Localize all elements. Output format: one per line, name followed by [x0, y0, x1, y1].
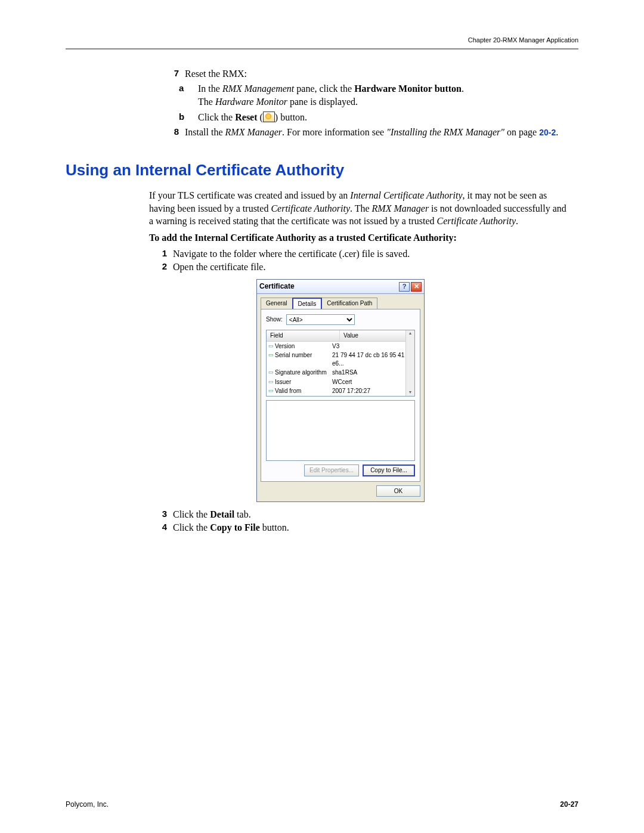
step-7-number: 7	[161, 67, 185, 80]
close-button[interactable]: ✕	[411, 282, 422, 292]
table-row[interactable]: ▭Valid from2007 17:20:27	[267, 386, 414, 396]
proc-1-text: Navigate to the folder where the certifi…	[173, 247, 572, 261]
proc-4-text: Click the Copy to File button.	[173, 521, 572, 534]
cell-value: 2007 17:20:27	[332, 387, 414, 395]
certificate-dialog: Certificate ? ✕ General Details Certific…	[256, 279, 425, 502]
step-7b-body: Click the Reset () button.	[198, 111, 578, 124]
t: Hardware Monitor button	[354, 83, 462, 94]
header-chapter: Chapter 20-RMX Manager Application	[66, 36, 578, 45]
t: pane is displayed.	[287, 97, 358, 107]
t: Hardware Monitor	[215, 97, 287, 107]
t: Copy to File	[210, 522, 260, 532]
cell-field: Signature algorithm	[275, 368, 332, 377]
proc-3-num: 3	[149, 508, 173, 521]
t: RMX Manager	[225, 127, 283, 137]
t: tab.	[234, 509, 251, 519]
reset-icon	[263, 112, 275, 122]
cell-value: 2012 17:20:27	[332, 397, 414, 397]
intro-paragraph: If your TLS certificate was created and …	[149, 189, 572, 228]
field-icon: ▭	[267, 378, 275, 386]
t: Detail	[210, 509, 234, 519]
t: Click the	[173, 522, 210, 532]
cell-value: V3	[332, 342, 414, 351]
t: .	[556, 127, 558, 137]
t: In the	[198, 83, 222, 94]
cell-field: Issuer	[275, 378, 332, 386]
dialog-titlebar[interactable]: Certificate ? ✕	[257, 280, 424, 293]
footer-company: Polycom, Inc.	[66, 800, 109, 809]
table-row[interactable]: ▭IssuerWCcert	[267, 377, 414, 387]
cell-field: Valid to	[275, 397, 332, 397]
show-select[interactable]: <All>	[286, 314, 355, 325]
edit-properties-button: Edit Properties...	[304, 465, 359, 476]
t: If your TLS certificate was created and …	[149, 190, 350, 200]
tab-certification-path[interactable]: Certification Path	[321, 298, 377, 309]
t: Click the	[173, 509, 210, 519]
field-icon: ▭	[267, 368, 275, 377]
step-7a-letter: a	[179, 82, 198, 108]
tab-details[interactable]: Details	[292, 298, 323, 309]
field-icon: ▭	[267, 342, 275, 351]
cell-value: sha1RSA	[332, 368, 414, 377]
step-7a-body: In the RMX Management pane, click the Ha…	[198, 82, 578, 108]
proc-2-text: Open the certificate file.	[173, 261, 572, 274]
t: pane, click the	[294, 83, 354, 94]
help-button[interactable]: ?	[399, 282, 410, 292]
field-icon: ▭	[267, 387, 275, 395]
header-rule	[66, 48, 578, 49]
footer-page-number: 20-27	[560, 800, 578, 809]
column-field[interactable]: Field	[267, 330, 340, 341]
scroll-down-icon[interactable]: ▾	[409, 389, 411, 396]
fields-grid[interactable]: Field Value ▭VersionV3 ▭Serial number21 …	[266, 330, 415, 397]
scrollbar[interactable]: ▴▾	[405, 330, 414, 396]
field-icon: ▭	[267, 397, 275, 397]
table-row[interactable]: ▭Valid to2012 17:20:27	[267, 396, 414, 397]
cell-field: Valid from	[275, 387, 332, 395]
t: ) button.	[275, 112, 307, 122]
scroll-up-icon[interactable]: ▴	[409, 330, 411, 337]
t: . The	[350, 203, 372, 213]
t: Click the	[198, 112, 235, 122]
ok-button[interactable]: OK	[376, 485, 420, 497]
cell-value: 21 79 44 17 dc cb 16 95 41 e6...	[332, 351, 414, 367]
column-value[interactable]: Value	[340, 330, 414, 341]
t: RMX Management	[222, 83, 294, 94]
table-row[interactable]: ▭VersionV3	[267, 342, 414, 351]
t: The	[198, 97, 215, 107]
t: Internal Certificate Authority	[350, 190, 462, 200]
step-7b-letter: b	[179, 111, 198, 124]
tab-page: Show: <All> Field Value ▭VersionV3 ▭Seri…	[261, 309, 420, 482]
show-label: Show:	[266, 315, 283, 324]
t: "Installing the RMX Manager"	[386, 127, 504, 137]
proc-4-num: 4	[149, 521, 173, 534]
t: on page	[504, 127, 539, 137]
dialog-title: Certificate	[259, 281, 295, 291]
step-8-number: 8	[161, 126, 185, 139]
t: .	[516, 216, 518, 226]
t: (	[258, 112, 263, 122]
t: Reset	[235, 112, 257, 122]
detail-value-box	[266, 400, 415, 461]
cell-field: Serial number	[275, 351, 332, 367]
section-heading: Using an Internal Certificate Authority	[66, 160, 578, 181]
proc-3-text: Click the Detail tab.	[173, 508, 572, 521]
t: RMX Manager	[372, 203, 429, 213]
field-icon: ▭	[267, 351, 275, 367]
procedure-title: To add the Internal Certificate Authorit…	[149, 231, 572, 244]
t: .	[462, 83, 464, 94]
proc-1-num: 1	[149, 247, 173, 261]
table-row[interactable]: ▭Signature algorithmsha1RSA	[267, 368, 414, 377]
table-row[interactable]: ▭Serial number21 79 44 17 dc cb 16 95 41…	[267, 351, 414, 368]
t: Certificate Authority	[271, 203, 350, 213]
t: Install the	[185, 127, 225, 137]
copy-to-file-button[interactable]: Copy to File...	[363, 465, 415, 476]
t: Certificate Authority	[437, 216, 516, 226]
cell-value: WCcert	[332, 378, 414, 386]
step-7-text: Reset the RMX:	[185, 67, 578, 80]
cell-field: Version	[275, 342, 332, 351]
page-xref[interactable]: 20-2	[539, 128, 556, 137]
step-8-body: Install the RMX Manager. For more inform…	[185, 126, 578, 139]
t: . For more information see	[282, 127, 386, 137]
proc-2-num: 2	[149, 261, 173, 274]
tab-general[interactable]: General	[261, 298, 293, 309]
